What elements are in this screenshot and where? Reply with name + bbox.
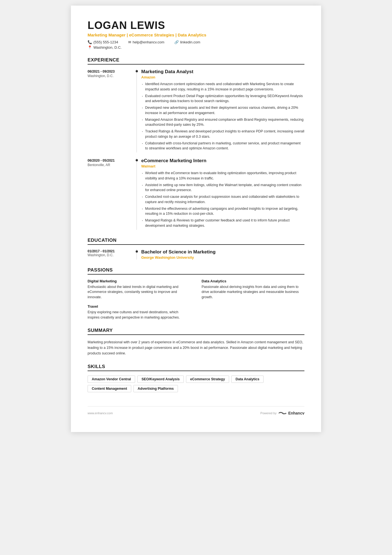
skills-section: SKILLS Amazon Vendor Central SEO/Keyword… — [88, 364, 304, 392]
skills-section-title: SKILLS — [88, 364, 304, 371]
passion-desc-2: Passionate about deriving insights from … — [202, 284, 304, 300]
footer: www.enhancv.com Powered by Enhancv — [88, 406, 304, 415]
exp-location-2: Bentonville, AR — [88, 163, 132, 167]
experience-section: EXPERIENCE 06/2021 - 09/2023 Washington,… — [88, 57, 304, 230]
exp-bullet-1-3: Developed new advertising assets and led… — [141, 105, 304, 116]
exp-divider-2 — [137, 158, 137, 230]
footer-brand-name: Enhancv — [288, 411, 304, 415]
edu-divider-1 — [137, 249, 137, 260]
skill-tag-1: Amazon Vendor Central — [88, 376, 135, 383]
education-section-title: EDUCATION — [88, 238, 304, 245]
location-contact: 📍 Washington, D.C. — [88, 45, 304, 50]
passion-desc-1: Enthusiastic about the latest trends in … — [88, 284, 190, 300]
exp-bullet-1-6: Collaborated with cross-functional partn… — [141, 141, 304, 151]
exp-bullet-1-4: Managed Amazon Brand Registry and ensure… — [141, 117, 304, 128]
passion-desc-3: Enjoy exploring new cultures and travel … — [88, 310, 190, 320]
passion-name-3: Travel — [88, 304, 190, 309]
email-address: help@enhancv.com — [133, 40, 164, 44]
passion-name-1: Digital Marketing — [88, 279, 190, 283]
exp-bullets-2: Worked with the eCommerce team to evalua… — [141, 171, 304, 228]
edu-right-1: Bachelor of Science in Marketing George … — [141, 249, 304, 260]
exp-bullet-1-5: Tracked Ratings & Reviews and developed … — [141, 129, 304, 139]
skill-tag-6: Advertising Platforms — [133, 385, 178, 392]
passion-name-2: Data Analytics — [202, 279, 304, 283]
experience-item-2: 06/2020 - 05/2021 Bentonville, AR eComme… — [88, 158, 304, 230]
exp-left-1: 06/2021 - 09/2023 Washington, D.C. — [88, 69, 132, 152]
exp-role-1: Marketing Data Analyst — [141, 69, 304, 75]
exp-bullet-2-5: Managed Ratings & Reviews to gather cust… — [141, 218, 304, 228]
exp-bullet-2-4: Monitored the effectiveness of advertisi… — [141, 206, 304, 217]
email-icon: ✉ — [128, 40, 131, 44]
powered-by-text: Powered by — [260, 411, 277, 415]
enhancv-logo-icon — [278, 411, 287, 415]
footer-branding: Powered by Enhancv — [260, 411, 304, 415]
exp-bullet-2-1: Worked with the eCommerce team to evalua… — [141, 171, 304, 181]
exp-bullet-1-2: Evaluated current Product Detail Page op… — [141, 93, 304, 104]
passion-item-2: Data Analytics Passionate about deriving… — [202, 279, 304, 300]
phone-number: (555) 555-1234 — [93, 40, 118, 44]
passions-section: PASSIONS Digital Marketing Enthusiastic … — [88, 267, 304, 320]
exp-company-2: Walmart — [141, 164, 304, 168]
skills-row: Amazon Vendor Central SEO/Keyword Analys… — [88, 376, 304, 392]
phone-icon: 📞 — [88, 40, 92, 44]
location-text: Washington, D.C. — [93, 45, 121, 50]
linkedin-url: linkedin.com — [180, 40, 200, 44]
candidate-name: LOGAN LEWIS — [88, 19, 304, 31]
experience-item-1: 06/2021 - 09/2023 Washington, D.C. Marke… — [88, 69, 304, 152]
exp-company-1: Amazon — [141, 75, 304, 79]
exp-date-2: 06/2020 - 05/2021 — [88, 159, 132, 162]
skill-tag-3: eCommerce Strategy — [186, 376, 229, 383]
education-item-1: 01/2017 - 01/2021 Washington, D.C. Bache… — [88, 249, 304, 260]
summary-text: Marketing professional with over 2 years… — [88, 339, 304, 356]
exp-bullets-1: Identified Amazon content optimization n… — [141, 82, 304, 151]
linkedin-contact: 🔗 linkedin.com — [174, 40, 200, 44]
contact-row-1: 📞 (555) 555-1234 ✉ help@enhancv.com 🔗 li… — [88, 40, 304, 44]
exp-role-2: eCommerce Marketing Intern — [141, 158, 304, 164]
experience-section-title: EXPERIENCE — [88, 57, 304, 65]
edu-school-1: George Washington University — [141, 255, 304, 260]
link-icon: 🔗 — [174, 40, 179, 44]
exp-date-1: 06/2021 - 09/2023 — [88, 70, 132, 73]
exp-bullet-2-2: Assisted in setting up new item listings… — [141, 182, 304, 193]
skill-tag-5: Content Management — [88, 385, 131, 392]
exp-right-1: Marketing Data Analyst Amazon Identified… — [141, 69, 304, 152]
exp-bullet-1-1: Identified Amazon content optimization n… — [141, 82, 304, 92]
exp-bullet-2-3: Conducted root-cause analysis for produc… — [141, 194, 304, 205]
resume-page: LOGAN LEWIS Marketing Manager | eCommerc… — [71, 6, 321, 432]
summary-section-title: SUMMARY — [88, 328, 304, 335]
exp-divider-1 — [137, 69, 137, 152]
passion-item-1: Digital Marketing Enthusiastic about the… — [88, 279, 190, 300]
edu-date-1: 01/2017 - 01/2021 — [88, 249, 132, 253]
exp-location-1: Washington, D.C. — [88, 74, 132, 78]
edu-location-1: Washington, D.C. — [88, 253, 132, 257]
phone-contact: 📞 (555) 555-1234 — [88, 40, 118, 44]
exp-left-2: 06/2020 - 05/2021 Bentonville, AR — [88, 158, 132, 230]
candidate-title: Marketing Manager | eCommerce Strategies… — [88, 33, 304, 37]
education-section: EDUCATION 01/2017 - 01/2021 Washington, … — [88, 238, 304, 260]
header-section: LOGAN LEWIS Marketing Manager | eCommerc… — [88, 19, 304, 50]
footer-website: www.enhancv.com — [88, 411, 113, 415]
passion-item-3: Travel Enjoy exploring new cultures and … — [88, 304, 190, 320]
skill-tag-4: Data Analytics — [231, 376, 264, 383]
passions-section-title: PASSIONS — [88, 267, 304, 275]
passions-grid: Digital Marketing Enthusiastic about the… — [88, 279, 304, 320]
email-contact: ✉ help@enhancv.com — [128, 40, 164, 44]
exp-right-2: eCommerce Marketing Intern Walmart Worke… — [141, 158, 304, 230]
edu-left-1: 01/2017 - 01/2021 Washington, D.C. — [88, 249, 132, 260]
location-icon: 📍 — [88, 45, 92, 50]
edu-degree-1: Bachelor of Science in Marketing — [141, 249, 304, 255]
summary-section: SUMMARY Marketing professional with over… — [88, 328, 304, 356]
skill-tag-2: SEO/Keyword Analysis — [137, 376, 184, 383]
